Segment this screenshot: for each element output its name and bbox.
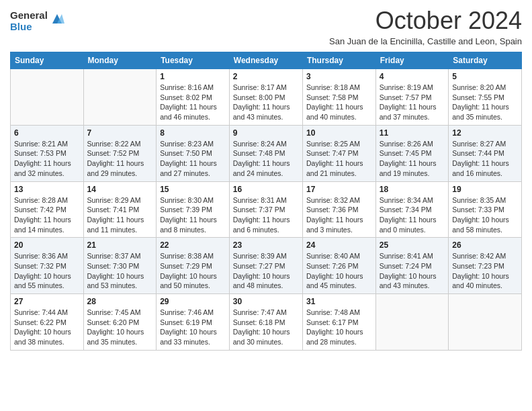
logo-general-text: General [10, 10, 48, 21]
day-info: Sunrise: 7:45 AM Sunset: 6:20 PM Dayligh… [87, 308, 153, 347]
day-number: 30 [233, 297, 299, 306]
calendar-day-cell: 25Sunrise: 8:41 AM Sunset: 7:24 PM Dayli… [375, 238, 448, 294]
calendar-header-row: SundayMondayTuesdayWednesdayThursdayFrid… [11, 52, 522, 69]
day-info: Sunrise: 7:48 AM Sunset: 6:17 PM Dayligh… [306, 308, 372, 347]
calendar-day-cell: 30Sunrise: 7:47 AM Sunset: 6:18 PM Dayli… [229, 294, 302, 351]
day-info: Sunrise: 8:30 AM Sunset: 7:39 PM Dayligh… [160, 195, 226, 235]
day-info: Sunrise: 8:40 AM Sunset: 7:26 PM Dayligh… [306, 251, 372, 291]
calendar-day-cell: 9Sunrise: 8:24 AM Sunset: 7:48 PM Daylig… [229, 125, 302, 181]
calendar-day-cell: 18Sunrise: 8:34 AM Sunset: 7:34 PM Dayli… [375, 181, 448, 238]
day-number: 28 [87, 297, 153, 306]
calendar-week-row: 1Sunrise: 8:16 AM Sunset: 8:02 PM Daylig… [11, 69, 522, 126]
day-info: Sunrise: 8:26 AM Sunset: 7:45 PM Dayligh… [380, 139, 445, 179]
day-number: 9 [233, 128, 299, 138]
day-info: Sunrise: 8:35 AM Sunset: 7:33 PM Dayligh… [452, 195, 518, 235]
day-info: Sunrise: 8:16 AM Sunset: 8:02 PM Dayligh… [160, 83, 226, 122]
calendar-week-row: 13Sunrise: 8:28 AM Sunset: 7:42 PM Dayli… [11, 181, 522, 238]
day-number: 31 [306, 297, 372, 306]
day-number: 20 [14, 240, 80, 250]
day-info: Sunrise: 8:25 AM Sunset: 7:47 PM Dayligh… [306, 139, 372, 179]
day-number: 29 [160, 297, 226, 306]
calendar-day-cell [11, 69, 84, 126]
calendar-day-cell: 6Sunrise: 8:21 AM Sunset: 7:53 PM Daylig… [11, 125, 84, 181]
calendar-day-cell: 12Sunrise: 8:27 AM Sunset: 7:44 PM Dayli… [449, 125, 522, 181]
day-info: Sunrise: 8:28 AM Sunset: 7:42 PM Dayligh… [14, 195, 80, 235]
day-number: 16 [233, 185, 299, 194]
calendar-day-cell [375, 294, 448, 351]
day-info: Sunrise: 8:21 AM Sunset: 7:53 PM Dayligh… [14, 139, 80, 179]
calendar-day-cell: 26Sunrise: 8:42 AM Sunset: 7:23 PM Dayli… [449, 238, 522, 294]
weekday-header-friday: Friday [375, 52, 448, 69]
page-header: General Blue October 2024 San Juan de la… [10, 7, 522, 46]
day-number: 13 [14, 185, 80, 194]
weekday-header-wednesday: Wednesday [229, 52, 302, 69]
calendar-day-cell: 29Sunrise: 7:46 AM Sunset: 6:19 PM Dayli… [157, 294, 230, 351]
weekday-header-tuesday: Tuesday [157, 52, 230, 69]
month-title: October 2024 [329, 7, 522, 35]
day-number: 14 [87, 185, 153, 194]
calendar-day-cell: 20Sunrise: 8:36 AM Sunset: 7:32 PM Dayli… [11, 238, 84, 294]
day-number: 7 [87, 128, 153, 138]
day-info: Sunrise: 8:32 AM Sunset: 7:36 PM Dayligh… [306, 195, 372, 235]
calendar-day-cell: 28Sunrise: 7:45 AM Sunset: 6:20 PM Dayli… [83, 294, 157, 351]
day-info: Sunrise: 8:31 AM Sunset: 7:37 PM Dayligh… [233, 195, 299, 235]
day-info: Sunrise: 8:18 AM Sunset: 7:58 PM Dayligh… [306, 83, 372, 122]
day-number: 6 [14, 128, 80, 138]
weekday-header-saturday: Saturday [449, 52, 522, 69]
day-info: Sunrise: 8:39 AM Sunset: 7:27 PM Dayligh… [233, 251, 299, 291]
logo-icon [50, 11, 64, 26]
day-info: Sunrise: 8:42 AM Sunset: 7:23 PM Dayligh… [452, 251, 518, 291]
logo: General Blue [10, 10, 64, 32]
day-number: 27 [14, 297, 80, 306]
calendar-day-cell: 2Sunrise: 8:17 AM Sunset: 8:00 PM Daylig… [229, 69, 302, 126]
calendar-day-cell: 27Sunrise: 7:44 AM Sunset: 6:22 PM Dayli… [11, 294, 84, 351]
day-info: Sunrise: 8:29 AM Sunset: 7:41 PM Dayligh… [87, 195, 153, 235]
location-subtitle: San Juan de la Encinilla, Castille and L… [329, 36, 522, 46]
day-number: 19 [452, 185, 518, 194]
calendar-day-cell: 16Sunrise: 8:31 AM Sunset: 7:37 PM Dayli… [229, 181, 302, 238]
calendar-day-cell: 31Sunrise: 7:48 AM Sunset: 6:17 PM Dayli… [302, 294, 375, 351]
day-number: 4 [380, 72, 445, 81]
day-number: 21 [87, 240, 153, 250]
calendar-day-cell: 15Sunrise: 8:30 AM Sunset: 7:39 PM Dayli… [157, 181, 230, 238]
calendar-day-cell [83, 69, 157, 126]
calendar-day-cell: 21Sunrise: 8:37 AM Sunset: 7:30 PM Dayli… [83, 238, 157, 294]
day-number: 3 [306, 72, 372, 81]
day-number: 17 [306, 185, 372, 194]
calendar-day-cell: 3Sunrise: 8:18 AM Sunset: 7:58 PM Daylig… [302, 69, 375, 126]
day-number: 8 [160, 128, 226, 138]
weekday-header-monday: Monday [83, 52, 157, 69]
day-number: 18 [380, 185, 445, 194]
day-info: Sunrise: 8:17 AM Sunset: 8:00 PM Dayligh… [233, 83, 299, 122]
calendar-week-row: 27Sunrise: 7:44 AM Sunset: 6:22 PM Dayli… [11, 294, 522, 351]
calendar-day-cell: 22Sunrise: 8:38 AM Sunset: 7:29 PM Dayli… [157, 238, 230, 294]
calendar-day-cell: 11Sunrise: 8:26 AM Sunset: 7:45 PM Dayli… [375, 125, 448, 181]
calendar-day-cell: 10Sunrise: 8:25 AM Sunset: 7:47 PM Dayli… [302, 125, 375, 181]
logo-blue-text: Blue [10, 21, 48, 33]
calendar-table: SundayMondayTuesdayWednesdayThursdayFrid… [10, 52, 522, 351]
calendar-day-cell: 4Sunrise: 8:19 AM Sunset: 7:57 PM Daylig… [375, 69, 448, 126]
day-number: 15 [160, 185, 226, 194]
day-info: Sunrise: 8:20 AM Sunset: 7:55 PM Dayligh… [452, 83, 518, 122]
calendar-day-cell: 8Sunrise: 8:23 AM Sunset: 7:50 PM Daylig… [157, 125, 230, 181]
day-number: 23 [233, 240, 299, 250]
day-info: Sunrise: 8:36 AM Sunset: 7:32 PM Dayligh… [14, 251, 80, 291]
weekday-header-sunday: Sunday [11, 52, 84, 69]
day-info: Sunrise: 8:41 AM Sunset: 7:24 PM Dayligh… [380, 251, 445, 291]
calendar-day-cell: 17Sunrise: 8:32 AM Sunset: 7:36 PM Dayli… [302, 181, 375, 238]
day-number: 2 [233, 72, 299, 81]
calendar-day-cell: 19Sunrise: 8:35 AM Sunset: 7:33 PM Dayli… [449, 181, 522, 238]
day-info: Sunrise: 8:24 AM Sunset: 7:48 PM Dayligh… [233, 139, 299, 179]
calendar-day-cell: 5Sunrise: 8:20 AM Sunset: 7:55 PM Daylig… [449, 69, 522, 126]
day-info: Sunrise: 8:27 AM Sunset: 7:44 PM Dayligh… [452, 139, 518, 179]
day-info: Sunrise: 7:44 AM Sunset: 6:22 PM Dayligh… [14, 308, 80, 347]
calendar-day-cell: 7Sunrise: 8:22 AM Sunset: 7:52 PM Daylig… [83, 125, 157, 181]
calendar-day-cell: 24Sunrise: 8:40 AM Sunset: 7:26 PM Dayli… [302, 238, 375, 294]
calendar-day-cell: 14Sunrise: 8:29 AM Sunset: 7:41 PM Dayli… [83, 181, 157, 238]
day-number: 1 [160, 72, 226, 81]
calendar-day-cell: 23Sunrise: 8:39 AM Sunset: 7:27 PM Dayli… [229, 238, 302, 294]
day-info: Sunrise: 8:37 AM Sunset: 7:30 PM Dayligh… [87, 251, 153, 291]
weekday-header-thursday: Thursday [302, 52, 375, 69]
day-number: 26 [452, 240, 518, 250]
day-number: 11 [380, 128, 445, 138]
